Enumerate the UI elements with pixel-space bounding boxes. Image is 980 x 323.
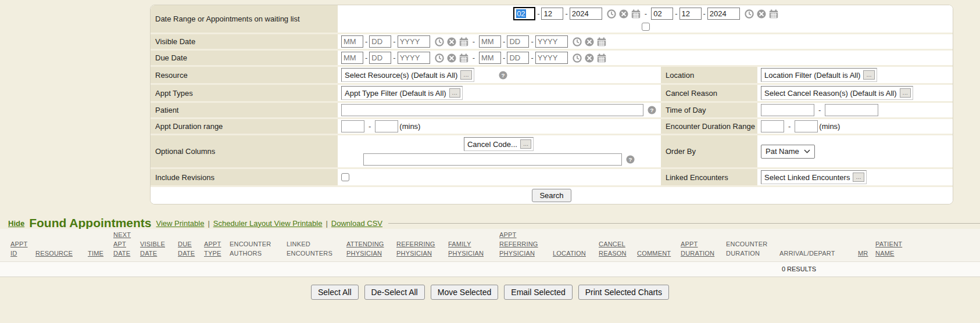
column-header-appt-referring-physician[interactable]: APPT REFERRING PHYSICIAN [499,231,547,259]
encounter-duration-min-input[interactable] [761,120,784,132]
range-separator: - [473,53,475,62]
appt-duration-min-input[interactable] [341,120,364,132]
resource-input-cell: Select Resource(s) (Default is All) ... … [338,67,659,83]
resource-browse-button[interactable]: ... [460,70,471,80]
x-circle-icon[interactable] [585,37,594,46]
column-header-due-date[interactable]: DUE DATE [178,240,198,259]
question-circle-icon[interactable]: ? [648,106,656,114]
column-header-mr[interactable]: MR [858,249,870,259]
patient-label: Patient [151,103,338,117]
appt-types-picker[interactable]: Appt Type Filter (Default is All) ... [341,86,463,100]
results-header-row: APPT IDRESOURCETIMENEXT APT DATEVISIBLE … [0,229,980,261]
column-header-appt-type[interactable]: APPT TYPE [204,240,224,259]
due-to-year-input[interactable] [535,52,568,64]
column-header-location[interactable]: LOCATION [553,249,593,259]
include-revisions-checkbox[interactable] [341,173,349,181]
x-circle-icon[interactable] [585,53,594,63]
clock-icon[interactable] [435,53,444,63]
time-of-day-to-input[interactable] [825,104,878,116]
print-selected-charts-button[interactable]: Print Selected Charts [578,285,669,300]
visible-to-day-input[interactable] [507,35,529,48]
date-from-year-input[interactable] [570,8,602,20]
column-header-referring-physician[interactable]: REFERRING PHYSICIAN [396,240,442,259]
x-circle-icon[interactable] [757,9,766,19]
due-from-year-input[interactable] [398,52,430,64]
visible-from-day-input[interactable] [369,35,391,48]
optional-columns-input[interactable] [363,153,622,166]
cancel-reason-picker[interactable]: Select Cancel Reason(s) (Default is All)… [761,86,913,100]
patient-input[interactable] [341,104,643,116]
x-circle-icon[interactable] [447,53,456,63]
due-from-month-input[interactable] [341,52,363,64]
view-printable-link[interactable]: View Printable [156,219,205,228]
select-all-button[interactable]: Select All [311,285,359,300]
due-to-month-input[interactable] [479,52,501,64]
date-to-day-input[interactable] [679,8,702,20]
column-header-cancel-reason[interactable]: CANCEL REASON [599,240,631,259]
cancel-reason-input-cell: Select Cancel Reason(s) (Default is All)… [757,85,953,101]
linked-encounters-picker[interactable]: Select Linked Encounters ... [761,170,867,184]
column-header-appt-duration[interactable]: APPT DURATION [681,240,720,259]
visible-from-month-input[interactable] [341,35,363,48]
calendar-icon[interactable] [597,37,606,46]
chevron-down-icon [804,149,810,154]
column-header-comment[interactable]: COMMENT [637,249,675,259]
clock-icon[interactable] [573,53,582,63]
move-selected-button[interactable]: Move Selected [431,285,499,300]
clock-icon[interactable] [607,9,616,19]
x-circle-icon[interactable] [619,9,628,19]
linked-encounters-picker-value: Select Linked Encounters [764,173,850,182]
time-of-day-from-input[interactable] [761,104,814,116]
question-circle-icon[interactable]: ? [499,71,507,80]
date-separator: - [503,53,505,62]
calendar-icon[interactable] [597,53,606,63]
hide-link[interactable]: Hide [8,219,24,228]
order-by-select[interactable]: Pat Name [761,145,815,159]
date-to-year-input[interactable] [707,8,740,20]
column-header-appt-id[interactable]: APPT ID [10,240,30,259]
column-header-resource[interactable]: RESOURCE [35,249,82,259]
column-header-time[interactable]: TIME [88,249,108,259]
column-header-linked-encounters: LINKED ENCOUNTERS [287,240,341,259]
column-header-patient-name[interactable]: PATIENT NAME [875,240,906,259]
calendar-icon[interactable] [459,37,468,46]
clock-icon[interactable] [745,9,754,19]
link-separator: | [208,219,209,228]
email-selected-button[interactable]: Email Selected [504,285,572,300]
visible-to-year-input[interactable] [535,35,568,48]
location-picker[interactable]: Location Filter (Default is All) ... [761,68,877,82]
calendar-icon[interactable] [769,9,778,19]
optional-columns-browse-button[interactable]: ... [520,139,531,149]
search-button[interactable]: Search [532,189,571,202]
scheduler-layout-view-printable-link[interactable]: Scheduler Layout View Printable [213,219,323,228]
column-header-family-physician[interactable]: FAMILY PHYSICIAN [448,240,493,259]
column-header-attending-physician[interactable]: ATTENDING PHYSICIAN [346,240,391,259]
clock-icon[interactable] [435,37,444,46]
visible-from-year-input[interactable] [398,35,430,48]
date-from-day-input[interactable] [541,8,563,20]
appt-duration-max-input[interactable] [375,120,398,132]
download-csv-link[interactable]: Download CSV [331,219,382,228]
encounter-duration-max-input[interactable] [795,120,818,132]
cancel-reason-browse-button[interactable]: ... [900,88,911,98]
calendar-icon[interactable] [459,53,468,63]
visible-to-month-input[interactable] [479,35,501,48]
location-browse-button[interactable]: ... [863,70,874,80]
linked-encounters-browse-button[interactable]: ... [853,173,864,182]
de-select-all-button[interactable]: De-Select All [364,285,425,300]
column-header-visible-date[interactable]: VISIBLE DATE [140,240,172,259]
resource-picker[interactable]: Select Resource(s) (Default is All) ... [341,68,474,82]
x-circle-icon[interactable] [447,37,456,46]
question-circle-icon[interactable]: ? [626,155,635,164]
date-from-month-input[interactable]: 02 [513,7,535,20]
optional-columns-picker[interactable]: Cancel Code... ... [464,137,534,151]
due-from-day-input[interactable] [369,52,391,64]
date-to-month-input[interactable] [651,8,673,20]
calendar-icon[interactable] [631,9,641,19]
clock-icon[interactable] [573,37,582,46]
due-to-day-input[interactable] [507,52,529,64]
appt-types-browse-button[interactable]: ... [449,88,460,98]
waiting-list-checkbox[interactable] [642,23,650,31]
linked-encounters-label: Linked Encounters [661,169,757,185]
column-header-next-apt-date[interactable]: NEXT APT DATE [113,231,134,259]
